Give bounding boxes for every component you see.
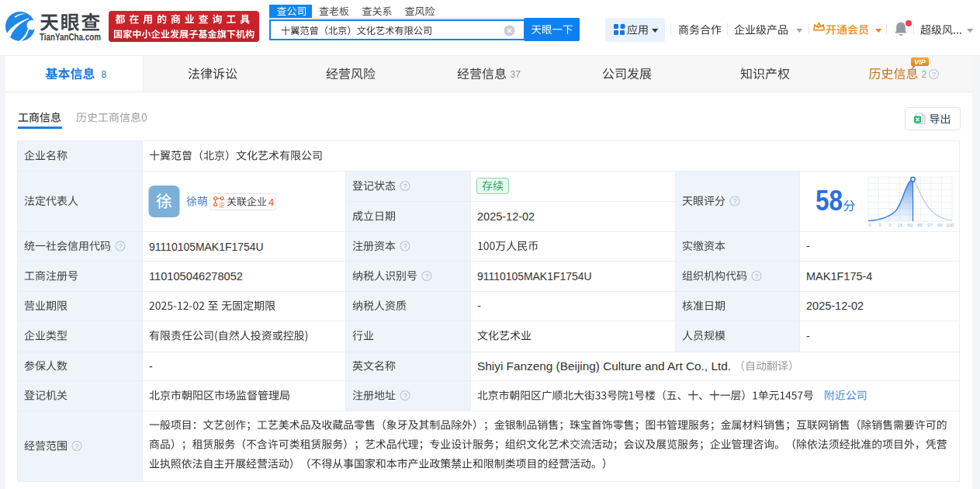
svg-text:TianYanCha.com: TianYanCha.com [40, 32, 101, 43]
svg-text:15: 15 [897, 223, 902, 227]
svg-text:?: ? [403, 182, 407, 190]
svg-text:4: 4 [268, 196, 274, 208]
svg-text:Shiyi Fanzeng (Beijing) Cultur: Shiyi Fanzeng (Beijing) Culture and Art … [477, 360, 731, 373]
svg-text:?: ? [733, 197, 737, 205]
svg-text:2025-12-02: 2025-12-02 [806, 300, 864, 312]
svg-text:-: - [806, 240, 810, 252]
svg-text:-: - [477, 300, 481, 312]
svg-text:VIP: VIP [914, 58, 926, 66]
svg-text:97: 97 [927, 223, 933, 227]
svg-text:MAK1F175-4: MAK1F175-4 [806, 270, 872, 283]
svg-text:58: 58 [816, 185, 843, 217]
svg-text:100: 100 [946, 223, 954, 227]
svg-text:?: ? [75, 442, 79, 450]
svg-text:-: - [806, 330, 810, 342]
svg-text:2: 2 [922, 69, 927, 80]
svg-text:91110105MAK1F1754U: 91110105MAK1F1754U [477, 270, 592, 283]
svg-text:?: ? [932, 71, 936, 78]
svg-text:?: ? [403, 392, 407, 400]
svg-text:?: ? [755, 272, 759, 280]
svg-text:110105046278052: 110105046278052 [149, 270, 243, 283]
svg-text:-: - [149, 360, 153, 373]
svg-text:50: 50 [907, 223, 912, 227]
svg-text:85: 85 [917, 223, 923, 227]
svg-text:91110105MAK1F1754U: 91110105MAK1F1754U [149, 241, 264, 253]
svg-text:8: 8 [102, 69, 107, 80]
svg-text:99: 99 [937, 223, 943, 227]
svg-text:?: ? [119, 242, 123, 250]
svg-text:?: ? [403, 242, 407, 250]
svg-text:37: 37 [511, 69, 521, 80]
svg-text:?: ? [425, 272, 429, 280]
svg-text:2025-12-02: 2025-12-02 [477, 210, 535, 223]
